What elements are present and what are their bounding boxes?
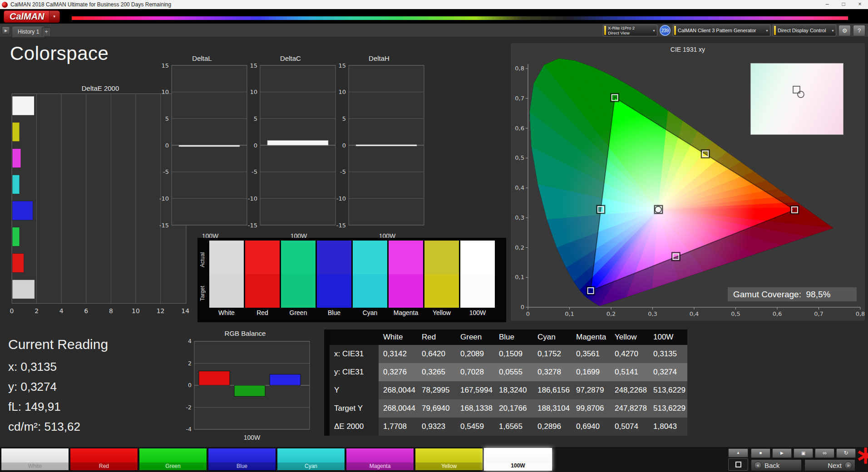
close-button[interactable]: × bbox=[852, 0, 868, 9]
svg-text:-5: -5 bbox=[163, 168, 169, 175]
pattern-button-100w[interactable]: 100W bbox=[484, 448, 552, 471]
svg-text:-10: -10 bbox=[248, 195, 257, 202]
swatch-label: Cyan bbox=[353, 308, 387, 318]
continuous-measure-button[interactable]: ∞ bbox=[815, 448, 834, 458]
rgb-bar-blue bbox=[270, 374, 301, 385]
svg-text:10: 10 bbox=[161, 88, 169, 95]
swatch-white: White bbox=[209, 241, 244, 318]
svg-text:10: 10 bbox=[250, 88, 257, 95]
swatch-target bbox=[353, 274, 387, 308]
swatch-actual bbox=[281, 241, 316, 274]
table-cell: 0,3142 bbox=[379, 345, 417, 363]
stop-button[interactable]: ■ bbox=[751, 448, 770, 458]
calman-logo-menu[interactable]: CalMAN ▼ bbox=[4, 10, 60, 23]
table-cell: 0,6940 bbox=[572, 418, 610, 436]
svg-text:15: 15 bbox=[250, 64, 257, 69]
swatch-target bbox=[389, 274, 423, 308]
swatch-actual bbox=[317, 241, 351, 274]
reading-value: fL: 149,91 bbox=[8, 397, 108, 417]
current-reading-title: Current Reading bbox=[8, 337, 108, 352]
pattern-button-white[interactable]: White bbox=[1, 448, 69, 471]
back-button[interactable]: « Back bbox=[751, 459, 802, 471]
pattern-button-red[interactable]: Red bbox=[70, 448, 138, 471]
play-button[interactable]: ▶ bbox=[772, 448, 792, 458]
chevron-down-icon: ▼ bbox=[831, 29, 834, 32]
next-button[interactable]: Next » bbox=[804, 459, 855, 471]
table-row-label: ΔE 2000 bbox=[330, 418, 379, 436]
swatch-label: 100W bbox=[460, 308, 495, 318]
window-controls: – □ × bbox=[819, 0, 868, 9]
svg-text:0,5: 0,5 bbox=[731, 310, 740, 317]
svg-text:2: 2 bbox=[35, 307, 39, 315]
logo-dropdown-arrow-icon[interactable]: ▼ bbox=[49, 10, 60, 23]
svg-text:0,2: 0,2 bbox=[515, 244, 524, 251]
svg-text:0,6: 0,6 bbox=[773, 310, 782, 317]
display-control-name: Direct Display Control bbox=[778, 28, 826, 33]
table-row: y: CIE310,32760,32650,70280,05550,32780,… bbox=[330, 363, 687, 381]
tab-history-1[interactable]: History 1 bbox=[12, 26, 45, 37]
table-row-label: Target Y bbox=[330, 399, 379, 418]
table-cell: 186,6156 bbox=[533, 381, 572, 399]
deltah-chart-svg: 151050-5-10-15 bbox=[332, 64, 426, 231]
swatch-target bbox=[317, 274, 351, 308]
eject-button[interactable]: ▲ bbox=[728, 448, 748, 457]
meter-dropdown[interactable]: X-Rite i1Pro 2 Direct View ▼ bbox=[603, 25, 657, 36]
svg-text:0,1: 0,1 bbox=[515, 274, 524, 280]
table-cell: 513,6229 bbox=[649, 381, 687, 399]
deltae-bar-green bbox=[12, 227, 20, 246]
chevron-down-icon: ▼ bbox=[765, 29, 769, 32]
minimize-button[interactable]: – bbox=[819, 0, 835, 9]
display-control-dropdown[interactable]: Direct Display Control ▼ bbox=[773, 25, 836, 36]
rainbow-strip bbox=[72, 16, 848, 20]
pattern-button-green[interactable]: Green bbox=[139, 448, 207, 471]
table-cell: 0,1509 bbox=[494, 345, 533, 363]
pattern-button-blue[interactable]: Blue bbox=[208, 448, 276, 471]
table-cell: 0,9323 bbox=[417, 418, 456, 436]
cie-chart-title: CIE 1931 xy bbox=[511, 46, 865, 53]
svg-text:5: 5 bbox=[254, 115, 257, 122]
svg-text:0,4: 0,4 bbox=[690, 310, 699, 317]
swatch-label: Blue bbox=[317, 308, 351, 318]
svg-text:-5: -5 bbox=[340, 168, 346, 175]
cie-panel: CIE 1931 xy 00,10,20,30,40,50,60,70,800,… bbox=[511, 43, 865, 321]
refresh-icon: ↻ bbox=[843, 450, 848, 456]
reading-value: cd/m²: 513,62 bbox=[8, 417, 108, 437]
table-cell: 0,3265 bbox=[417, 363, 456, 381]
settings-button[interactable]: ⚙ bbox=[838, 25, 851, 36]
tab-bar: ▶ History 1 + X-Rite i1Pro 2 Direct View… bbox=[0, 24, 868, 37]
help-button[interactable]: ? bbox=[853, 25, 865, 36]
pattern-button-label: 100W bbox=[485, 462, 551, 470]
table-row: Target Y268,004479,6940168,133820,176618… bbox=[330, 399, 687, 418]
single-measure-button[interactable]: ▣ bbox=[794, 448, 813, 458]
table-cell: 0,1699 bbox=[572, 363, 610, 381]
titlebar: CalMAN 2018 CalMAN Ultimate for Business… bbox=[0, 0, 868, 9]
table-cell: 268,0044 bbox=[379, 381, 417, 399]
pattern-button-magenta[interactable]: Magenta bbox=[346, 448, 414, 471]
swatch-target bbox=[245, 274, 280, 308]
svg-text:14: 14 bbox=[181, 307, 189, 315]
svg-text:2: 2 bbox=[188, 360, 192, 367]
gamut-coverage: Gamut Coverage: 98,5% bbox=[728, 287, 857, 301]
tab-add-button[interactable]: + bbox=[42, 27, 51, 36]
table-column-header: Cyan bbox=[533, 329, 572, 345]
tab-nav-arrow-icon[interactable]: ▶ bbox=[2, 26, 10, 34]
svg-text:8: 8 bbox=[109, 307, 113, 315]
next-chevrons-icon: » bbox=[844, 462, 852, 469]
table-cell: 247,8278 bbox=[610, 399, 649, 418]
pattern-button-yellow[interactable]: Yellow bbox=[415, 448, 483, 471]
pattern-window-button[interactable] bbox=[728, 458, 748, 471]
pattern-generator-dropdown[interactable]: CalMAN Client 3 Pattern Generator ▼ bbox=[673, 25, 770, 36]
table-cell: 0,2089 bbox=[456, 345, 494, 363]
refresh-button[interactable]: ↻ bbox=[836, 448, 856, 458]
svg-text:4: 4 bbox=[188, 339, 192, 344]
swatch-target bbox=[460, 274, 495, 308]
maximize-button[interactable]: □ bbox=[835, 0, 852, 9]
window-shape-icon bbox=[735, 462, 741, 467]
deltal-chart-title: DeltaL bbox=[155, 54, 249, 62]
table-cell: 0,3276 bbox=[379, 363, 417, 381]
pattern-button-cyan[interactable]: Cyan bbox=[277, 448, 345, 471]
table-cell: 1,6565 bbox=[494, 418, 533, 436]
svg-text:12: 12 bbox=[157, 307, 165, 315]
table-cell: 0,0555 bbox=[494, 363, 533, 381]
table-row-label: x: CIE31 bbox=[330, 345, 379, 363]
